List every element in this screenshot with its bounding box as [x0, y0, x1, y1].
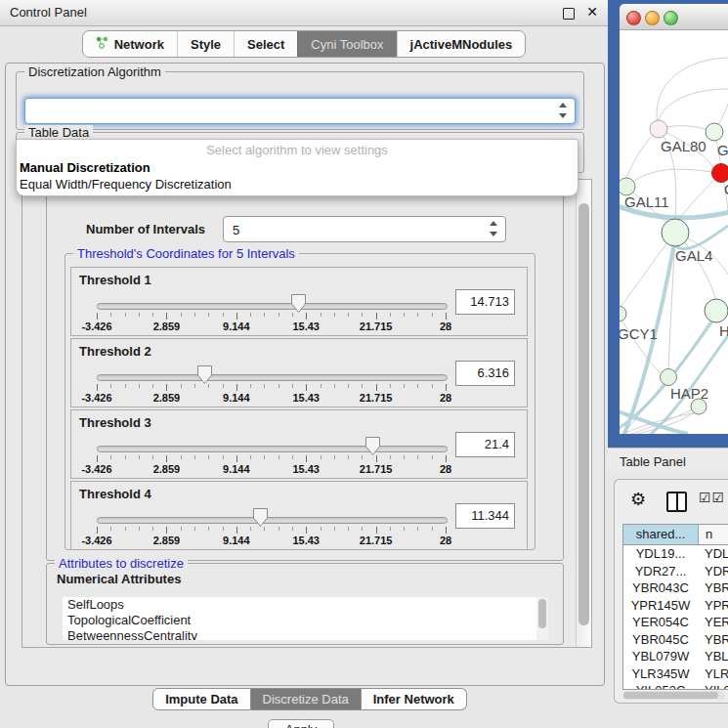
- cell-shared-name[interactable]: YIL052C: [623, 682, 698, 690]
- tab-cyni-toolbox[interactable]: Cyni Toolbox: [297, 31, 396, 57]
- attribute-list-item[interactable]: TopologicalCoefficient: [63, 613, 548, 628]
- zoom-traffic-light-icon[interactable]: [664, 11, 678, 25]
- tick-label: 28: [421, 463, 470, 475]
- tab-discretize-data[interactable]: Discretize Data: [251, 688, 362, 710]
- table-row[interactable]: YBR045CYBR0: [623, 631, 728, 649]
- network-node[interactable]: [706, 123, 723, 141]
- network-node[interactable]: [662, 219, 689, 246]
- threshold-label: Threshold 1: [79, 273, 151, 287]
- cell-name[interactable]: YBL0: [698, 648, 728, 665]
- tab-select[interactable]: Select: [234, 31, 297, 57]
- tick-mark: [208, 384, 209, 388]
- network-node[interactable]: [620, 306, 626, 321]
- table-row[interactable]: YBL079WYBL0: [623, 648, 728, 665]
- algorithm-combobox[interactable]: [24, 98, 576, 124]
- cell-name[interactable]: YER0: [698, 614, 728, 631]
- scrollbar-thumb[interactable]: [538, 599, 546, 628]
- node-label: H: [719, 322, 728, 339]
- cell-name[interactable]: YBR0: [698, 579, 728, 597]
- gear-icon[interactable]: ⚙: [630, 489, 646, 510]
- number-of-intervals-spinner[interactable]: 5: [223, 216, 506, 242]
- cell-name[interactable]: YPR1: [698, 597, 728, 615]
- numerical-attributes-list[interactable]: SelfLoopsTopologicalCoefficientBetweenne…: [63, 597, 548, 640]
- cell-name[interactable]: YLR3: [698, 665, 728, 683]
- tab-infer-network[interactable]: Infer Network: [362, 688, 467, 710]
- select-columns-checkboxes-icon[interactable]: ☑☑: [699, 490, 725, 505]
- column-header-shared[interactable]: shared...: [623, 525, 699, 544]
- slider-thumb[interactable]: [197, 365, 212, 384]
- network-node[interactable]: [712, 164, 728, 183]
- table-row[interactable]: YDL19...YDL1: [623, 545, 728, 563]
- network-node[interactable]: [705, 299, 728, 322]
- cell-name[interactable]: YBR0: [698, 631, 728, 649]
- tick-mark: [264, 313, 265, 317]
- cell-shared-name[interactable]: YDL19...: [623, 545, 698, 563]
- table-row[interactable]: YDR27...YDR2: [623, 563, 728, 580]
- table-row[interactable]: YIL052CYIL0: [623, 682, 728, 690]
- threshold-value-field[interactable]: 14.713: [455, 289, 515, 315]
- close-traffic-light-icon[interactable]: [626, 11, 641, 25]
- cell-name[interactable]: YDR2: [698, 563, 728, 580]
- slider-track[interactable]: [97, 374, 448, 381]
- table-row[interactable]: YER054CYER0: [623, 614, 728, 631]
- cell-shared-name[interactable]: YPR145W: [623, 597, 698, 615]
- tab-style[interactable]: Style: [177, 31, 234, 57]
- slider-track[interactable]: [97, 517, 448, 524]
- dropdown-option-equal-width[interactable]: Equal Width/Frequency Discretization: [20, 177, 232, 192]
- tick-mark: [208, 527, 209, 531]
- tab-jactivemnodules[interactable]: jActiveMNodules: [397, 31, 526, 57]
- attributes-scrollbar[interactable]: [536, 597, 548, 640]
- dropdown-option-manual[interactable]: Manual Discretization: [20, 160, 150, 175]
- network-window-titlebar[interactable]: [620, 4, 728, 30]
- cell-name[interactable]: YDL1: [698, 545, 728, 563]
- minimize-traffic-light-icon[interactable]: [645, 11, 660, 25]
- network-node[interactable]: [650, 120, 667, 138]
- cell-shared-name[interactable]: YBL079W: [623, 648, 698, 665]
- network-node[interactable]: [661, 369, 677, 386]
- tick-mark: [208, 455, 209, 459]
- tick-mark: [292, 455, 293, 459]
- scrollbar-thumb[interactable]: [578, 203, 589, 625]
- cell-shared-name[interactable]: YER054C: [623, 614, 698, 631]
- node-attribute-table[interactable]: shared... n YDL19...YDL1YDR27...YDR2YBR0…: [622, 524, 728, 690]
- network-canvas[interactable]: GAL80GAGAL11CGAL4GCY1HHAP2: [620, 30, 728, 434]
- tick-mark: [194, 455, 195, 459]
- tick-mark: [306, 527, 307, 534]
- cell-shared-name[interactable]: YDR27...: [623, 563, 698, 580]
- scrollbar-thumb[interactable]: [623, 692, 718, 699]
- cell-shared-name[interactable]: YLR345W: [623, 665, 698, 683]
- slider-thumb[interactable]: [253, 508, 268, 527]
- slider-track[interactable]: [97, 303, 448, 310]
- columns-icon[interactable]: [666, 492, 687, 512]
- tick-label: 15.43: [281, 392, 330, 404]
- threshold-value-field[interactable]: 6.316: [455, 361, 515, 386]
- threshold-value-field[interactable]: 21.4: [455, 432, 515, 457]
- attribute-list-item[interactable]: SelfLoops: [63, 597, 548, 613]
- apply-button[interactable]: Apply: [268, 719, 334, 728]
- close-icon[interactable]: ✕: [586, 4, 598, 20]
- cell-shared-name[interactable]: YBR045C: [623, 631, 698, 649]
- table-row[interactable]: YLR345WYLR3: [623, 665, 728, 683]
- combo-down-arrow-icon: [559, 113, 567, 118]
- vertical-scrollbar[interactable]: [576, 180, 591, 647]
- column-header-name[interactable]: n: [699, 525, 728, 544]
- cell-name[interactable]: YIL0: [698, 682, 728, 690]
- horizontal-scrollbar[interactable]: [622, 691, 725, 700]
- tick-mark: [292, 313, 293, 317]
- threshold-value-field[interactable]: 11.344: [455, 503, 515, 529]
- tick-label: 2.859: [142, 392, 191, 404]
- network-view-window[interactable]: GAL80GAGAL11CGAL4GCY1HHAP2: [608, 0, 728, 448]
- tab-network[interactable]: Network: [83, 31, 177, 57]
- slider-track[interactable]: [97, 446, 448, 452]
- float-window-icon[interactable]: [563, 8, 575, 20]
- slider-thumb[interactable]: [291, 294, 306, 313]
- table-row[interactable]: YBR043CYBR0: [623, 579, 728, 597]
- table-row[interactable]: YPR145WYPR1: [623, 597, 728, 615]
- attribute-list-item[interactable]: BetweennessCentrality: [63, 628, 548, 640]
- cell-shared-name[interactable]: YBR043C: [623, 579, 698, 597]
- tick-mark: [278, 384, 279, 388]
- tab-impute-data[interactable]: Impute Data: [152, 688, 250, 710]
- thresholds-group: Threshold's Coordinates for 5 Intervals …: [64, 253, 535, 550]
- tick-mark: [194, 384, 195, 388]
- slider-thumb[interactable]: [365, 437, 380, 455]
